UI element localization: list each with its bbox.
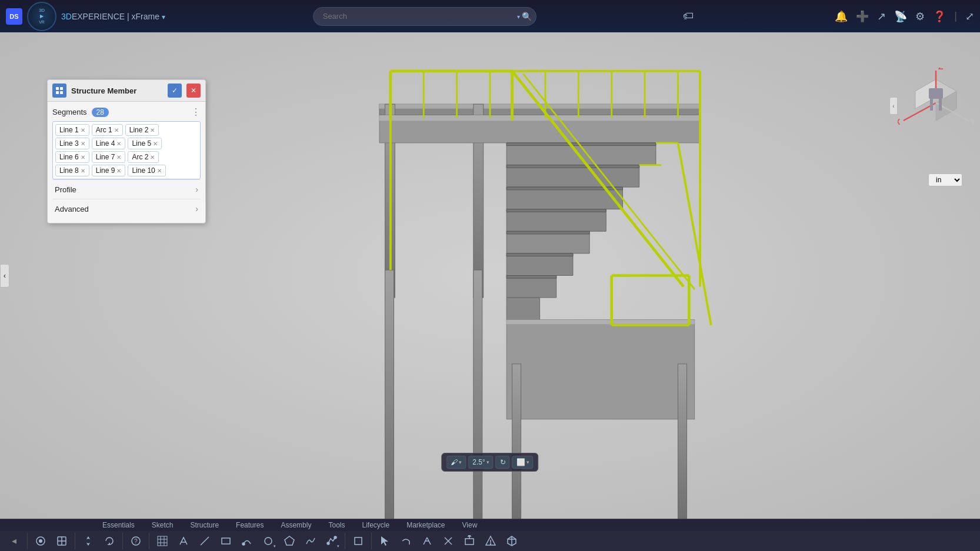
- segment-tag[interactable]: Line 7 ✕: [92, 151, 126, 163]
- tab-marketplace[interactable]: Marketplace: [398, 520, 454, 530]
- connect-tool-button[interactable]: [418, 532, 436, 550]
- pointer-tool-button[interactable]: [375, 532, 394, 550]
- profile-row[interactable]: Profile ›: [52, 179, 201, 199]
- share-icon[interactable]: ↗: [877, 10, 886, 23]
- spline-tool-button[interactable]: [301, 532, 320, 550]
- tab-lifecycle[interactable]: Lifecycle: [354, 520, 398, 530]
- remove-segment-icon[interactable]: ✕: [157, 168, 162, 174]
- grid-tool-button[interactable]: [153, 532, 172, 550]
- svg-rect-55: [60, 87, 63, 90]
- segments-menu-icon[interactable]: ⋮: [191, 106, 201, 118]
- segment-tag[interactable]: Line 10 ✕: [128, 165, 165, 176]
- units-dropdown[interactable]: in mm cm m: [928, 173, 962, 186]
- angle-input[interactable]: 2.5° ▾: [468, 456, 493, 469]
- line-tool-button[interactable]: [195, 532, 214, 550]
- tab-sketch[interactable]: Sketch: [144, 520, 182, 530]
- panel-title: Structure Member: [71, 86, 163, 95]
- svg-rect-21: [506, 320, 695, 419]
- tab-features[interactable]: Features: [228, 520, 272, 530]
- arc-tool-button[interactable]: [238, 532, 256, 550]
- segment-tag[interactable]: Line 9 ✕: [92, 165, 126, 176]
- square-tool-button[interactable]: ⬜ ▾: [512, 456, 534, 469]
- segment-tag[interactable]: Line 1 ✕: [55, 124, 89, 136]
- rotate-tool-button[interactable]: [100, 532, 119, 550]
- compass-button[interactable]: 3D▶VR: [27, 2, 56, 31]
- point-tool-button[interactable]: ▾: [322, 532, 341, 550]
- svg-marker-92: [381, 536, 388, 546]
- tag-icon[interactable]: 🏷: [683, 10, 694, 22]
- svg-point-90: [334, 536, 336, 539]
- rotate-button[interactable]: ↻: [496, 456, 510, 469]
- svg-line-84: [201, 537, 209, 545]
- remove-segment-icon[interactable]: ✕: [116, 168, 121, 174]
- cross-tool-button[interactable]: [439, 532, 458, 550]
- remove-segment-icon[interactable]: ✕: [81, 141, 85, 147]
- social-icon[interactable]: 📡: [894, 10, 907, 23]
- brush-tool-button[interactable]: 🖌 ▾: [446, 456, 466, 469]
- polygon-tool-button[interactable]: [280, 532, 299, 550]
- insert-tool-button[interactable]: [460, 532, 479, 550]
- svg-rect-82: [158, 536, 167, 546]
- square2-tool-button[interactable]: [349, 532, 368, 550]
- remove-segment-icon[interactable]: ✕: [81, 154, 85, 161]
- svg-marker-19: [506, 253, 573, 256]
- remove-segment-icon[interactable]: ✕: [116, 141, 121, 147]
- app-logo[interactable]: DS: [6, 8, 22, 25]
- viewport[interactable]: ‹ Structure Member ✓ ✕ Segments: [0, 32, 980, 519]
- notification-icon[interactable]: 🔔: [835, 10, 848, 23]
- warning-tool-button[interactable]: [481, 532, 500, 550]
- remove-segment-icon[interactable]: ✕: [114, 127, 119, 133]
- search-dropdown-icon[interactable]: ▾: [517, 13, 520, 19]
- toolbar-overflow-button[interactable]: ◂: [5, 532, 24, 550]
- segments-list[interactable]: Line 1 ✕ Arc 1 ✕ Line 2 ✕ Line 3: [52, 121, 201, 179]
- tab-tools[interactable]: Tools: [320, 520, 354, 530]
- segments-row-1: Line 1 ✕ Arc 1 ✕ Line 2 ✕: [55, 124, 198, 136]
- snap-tool-button[interactable]: [174, 532, 193, 550]
- segment-tag[interactable]: Line 3 ✕: [55, 138, 89, 149]
- remove-segment-icon[interactable]: ✕: [116, 154, 121, 161]
- select-tool-button[interactable]: [31, 532, 50, 550]
- advanced-row[interactable]: Advanced ›: [52, 199, 201, 218]
- remove-segment-icon[interactable]: ✕: [150, 127, 155, 133]
- svg-rect-57: [60, 91, 63, 94]
- tool-separator: [27, 533, 28, 549]
- viewport-collapse-button[interactable]: ‹: [889, 97, 898, 115]
- segment-tag[interactable]: Arc 2 ✕: [128, 151, 159, 163]
- side-collapse-button[interactable]: ‹: [0, 264, 9, 288]
- help-icon[interactable]: ❓: [933, 10, 946, 23]
- tab-view[interactable]: View: [454, 520, 486, 530]
- segment-tag[interactable]: Line 6 ✕: [55, 151, 89, 163]
- remove-segment-icon[interactable]: ✕: [150, 154, 155, 161]
- segment-tag[interactable]: Line 8 ✕: [55, 165, 89, 176]
- curve-tool-button[interactable]: [396, 532, 415, 550]
- tab-structure[interactable]: Structure: [182, 520, 228, 530]
- remove-segment-icon[interactable]: ✕: [81, 168, 85, 174]
- arc2-tool-button[interactable]: ▾: [259, 532, 278, 550]
- tab-assembly[interactable]: Assembly: [272, 520, 320, 530]
- segment-tag[interactable]: Line 4 ✕: [92, 138, 126, 149]
- svg-rect-97: [465, 539, 474, 545]
- tools-icon[interactable]: ⚙: [915, 10, 925, 23]
- units-container: in mm cm m: [928, 173, 962, 186]
- move-tool-button[interactable]: [79, 532, 98, 550]
- help-tool-button[interactable]: ?: [126, 532, 145, 550]
- svg-rect-85: [222, 538, 230, 544]
- tab-essentials[interactable]: Essentials: [94, 520, 144, 530]
- box-tool-button[interactable]: [52, 532, 71, 550]
- panel-confirm-button[interactable]: ✓: [168, 84, 182, 98]
- svg-marker-20: [506, 276, 556, 279]
- cube-tool-button[interactable]: [502, 532, 521, 550]
- expand-icon[interactable]: ⤢: [965, 10, 974, 23]
- segment-tag[interactable]: Line 5 ✕: [128, 138, 162, 149]
- search-icon[interactable]: 🔍: [522, 12, 532, 21]
- panel-close-button[interactable]: ✕: [186, 84, 201, 98]
- segment-tag[interactable]: Line 2 ✕: [125, 124, 159, 136]
- add-icon[interactable]: ➕: [856, 10, 869, 23]
- remove-segment-icon[interactable]: ✕: [153, 141, 158, 147]
- segment-tag[interactable]: Arc 1 ✕: [92, 124, 123, 136]
- search-input[interactable]: [313, 7, 536, 26]
- remove-segment-icon[interactable]: ✕: [81, 127, 85, 133]
- rect-tool-button[interactable]: [216, 532, 235, 550]
- brand-dropdown[interactable]: ▾: [162, 13, 165, 21]
- top-bar: DS 3D▶VR 3DEXPERIENCE | xFrame ▾ ▾ 🔍 🏷 🔔…: [0, 0, 980, 32]
